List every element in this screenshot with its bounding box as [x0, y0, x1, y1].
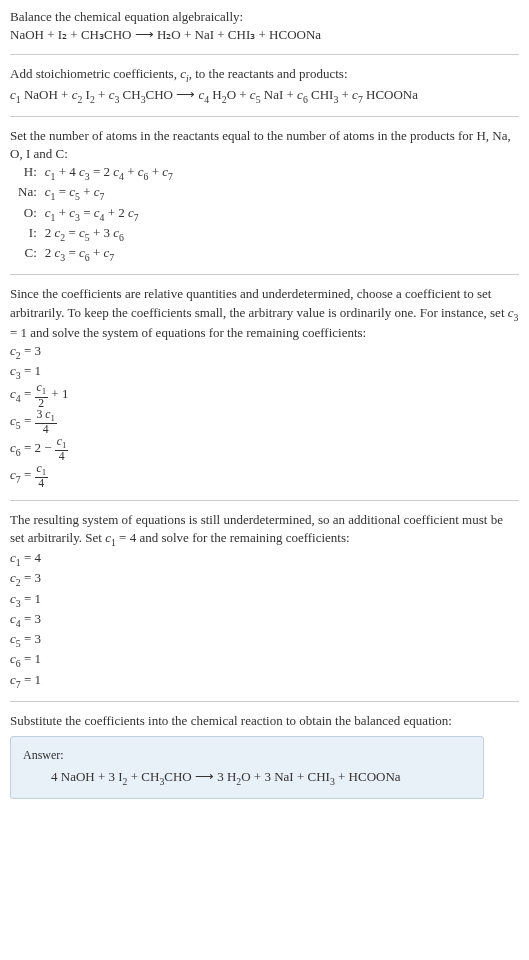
answer-box: Answer: 4 NaOH + 3 I2 + CH3CHO ⟶ 3 H2O +…: [10, 736, 484, 799]
balance-label: O:: [18, 204, 45, 224]
step2-section: Add stoichiometric coefficients, ci, to …: [10, 65, 519, 105]
step3-section: Set the number of atoms in the reactants…: [10, 127, 519, 265]
coeff-c6: c6 = 2 − c14: [10, 436, 519, 463]
coeff-c2: c2 = 3: [10, 342, 519, 362]
answer-equation: 4 NaOH + 3 I2 + CH3CHO ⟶ 3 H2O + 3 NaI +…: [23, 768, 471, 788]
final-text: Substitute the coefficients into the che…: [10, 712, 519, 730]
step4-coefficients: c2 = 3 c3 = 1 c4 = c12 + 1 c5 = 3 c14 c6…: [10, 342, 519, 490]
document-container: Balance the chemical equation algebraica…: [0, 0, 529, 813]
divider: [10, 274, 519, 275]
balance-row-na: Na: c1 = c5 + c7: [18, 183, 173, 203]
coeff-c7: c7 = 1: [10, 671, 519, 691]
step4-text: Since the coefficients are relative quan…: [10, 285, 519, 342]
step5-coefficients: c1 = 4 c2 = 3 c3 = 1 c4 = 3 c5 = 3 c6 = …: [10, 549, 519, 691]
divider: [10, 54, 519, 55]
step5-text: The resulting system of equations is sti…: [10, 511, 519, 549]
balance-eq: 2 c2 = c5 + 3 c6: [45, 224, 173, 244]
coeff-c4: c4 = 3: [10, 610, 519, 630]
step2-text: Add stoichiometric coefficients, ci, to …: [10, 65, 519, 85]
balance-eq: c1 = c5 + c7: [45, 183, 173, 203]
step3-text: Set the number of atoms in the reactants…: [10, 127, 519, 163]
balance-row-c: C: 2 c3 = c6 + c7: [18, 244, 173, 264]
balance-row-h: H: c1 + 4 c3 = 2 c4 + c6 + c7: [18, 163, 173, 183]
balance-row-o: O: c1 + c3 = c4 + 2 c7: [18, 204, 173, 224]
balance-label: H:: [18, 163, 45, 183]
answer-label: Answer:: [23, 747, 471, 764]
coeff-c3: c3 = 1: [10, 590, 519, 610]
step5-section: The resulting system of equations is sti…: [10, 511, 519, 691]
coeff-c6: c6 = 1: [10, 650, 519, 670]
divider: [10, 500, 519, 501]
coeff-c5: c5 = 3: [10, 630, 519, 650]
step2-reaction: c1 NaOH + c2 I2 + c3 CH3CHO ⟶ c4 H2O + c…: [10, 86, 519, 106]
balance-label: Na:: [18, 183, 45, 203]
intro-reaction: NaOH + I₂ + CH₃CHO ⟶ H₂O + NaI + CHI₃ + …: [10, 26, 519, 44]
intro-text: Balance the chemical equation algebraica…: [10, 8, 519, 26]
atom-balance-table: H: c1 + 4 c3 = 2 c4 + c6 + c7 Na: c1 = c…: [18, 163, 173, 264]
coeff-c5: c5 = 3 c14: [10, 409, 519, 436]
balance-eq: c1 + 4 c3 = 2 c4 + c6 + c7: [45, 163, 173, 183]
balance-label: I:: [18, 224, 45, 244]
balance-label: C:: [18, 244, 45, 264]
coeff-c2: c2 = 3: [10, 569, 519, 589]
coeff-c3: c3 = 1: [10, 362, 519, 382]
balance-eq: 2 c3 = c6 + c7: [45, 244, 173, 264]
divider: [10, 701, 519, 702]
balance-row-i: I: 2 c2 = c5 + 3 c6: [18, 224, 173, 244]
step4-section: Since the coefficients are relative quan…: [10, 285, 519, 489]
balance-eq: c1 + c3 = c4 + 2 c7: [45, 204, 173, 224]
final-section: Substitute the coefficients into the che…: [10, 712, 519, 799]
coeff-c4: c4 = c12 + 1: [10, 382, 519, 409]
divider: [10, 116, 519, 117]
coeff-c1: c1 = 4: [10, 549, 519, 569]
coeff-c7: c7 = c14: [10, 463, 519, 490]
intro-section: Balance the chemical equation algebraica…: [10, 8, 519, 44]
